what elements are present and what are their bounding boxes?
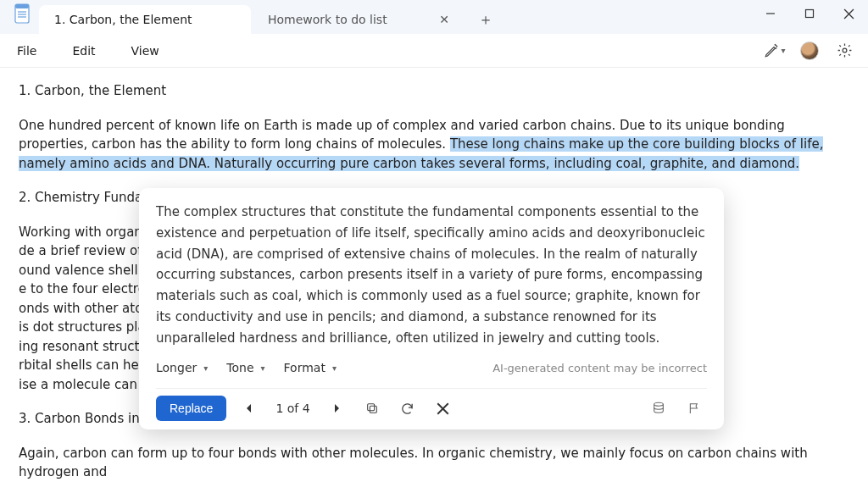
chevron-down-icon: ▾ (781, 46, 785, 55)
menu-view[interactable]: View (126, 39, 173, 63)
svg-rect-6 (806, 10, 814, 18)
ai-actions-row: Replace 1 of 4 (156, 388, 707, 421)
svg-rect-11 (367, 404, 374, 411)
close-window-button[interactable] (829, 0, 868, 27)
tab-active[interactable]: 1. Carbon, the Element (39, 5, 251, 34)
replace-button[interactable]: Replace (156, 396, 226, 421)
window-controls (751, 0, 868, 34)
ai-options-row: Longer ▾ Tone ▾ Format ▾ AI-generated co… (156, 358, 707, 378)
svg-point-14 (654, 403, 664, 407)
report-flag-icon[interactable] (682, 396, 707, 421)
chevron-down-icon: ▾ (261, 362, 265, 376)
tab-inactive[interactable]: Homework to do list ✕ (253, 5, 465, 34)
svg-rect-10 (370, 407, 376, 413)
tab-title: 1. Carbon, the Element (54, 13, 241, 26)
ai-suggestion-text: The complex structures that constitute t… (156, 202, 707, 348)
menu-edit[interactable]: Edit (67, 39, 108, 63)
svg-rect-1 (15, 4, 29, 8)
ai-rewrite-button[interactable]: ▾ (763, 39, 787, 63)
tab-title: Homework to do list (268, 13, 434, 26)
new-tab-button[interactable]: ＋ (471, 5, 500, 34)
option-tone[interactable]: Tone ▾ (226, 358, 264, 378)
app-icon (14, 3, 31, 24)
suggestion-counter: 1 of 4 (272, 399, 313, 418)
prev-suggestion-button[interactable] (236, 396, 262, 421)
title-bar: 1. Carbon, the Element Homework to do li… (0, 0, 868, 34)
menu-file[interactable]: File (12, 39, 50, 63)
ai-disclaimer: AI-generated content may be incorrect (492, 359, 707, 377)
copy-button[interactable] (359, 396, 385, 421)
doc-paragraph-3: Again, carbon can form up to four bonds … (19, 444, 849, 482)
option-format[interactable]: Format ▾ (284, 358, 337, 378)
close-tab-icon[interactable]: ✕ (434, 13, 454, 26)
settings-button[interactable] (832, 39, 856, 63)
chevron-down-icon: ▾ (332, 362, 337, 376)
maximize-button[interactable] (790, 0, 829, 27)
data-source-icon[interactable] (646, 396, 671, 421)
doc-paragraph-1: One hundred percent of known life on Ear… (19, 116, 849, 174)
dismiss-button[interactable] (431, 396, 456, 421)
regenerate-button[interactable] (395, 396, 420, 421)
minimize-button[interactable] (751, 0, 790, 27)
menu-bar: File Edit View ▾ (0, 34, 868, 68)
svg-point-9 (843, 48, 847, 53)
chevron-down-icon: ▾ (203, 362, 208, 376)
avatar[interactable] (800, 42, 819, 60)
next-suggestion-button[interactable] (324, 396, 349, 421)
option-longer[interactable]: Longer ▾ (156, 358, 208, 378)
doc-heading-1: 1. Carbon, the Element (19, 81, 849, 101)
ai-rewrite-popup: The complex structures that constitute t… (139, 188, 724, 429)
